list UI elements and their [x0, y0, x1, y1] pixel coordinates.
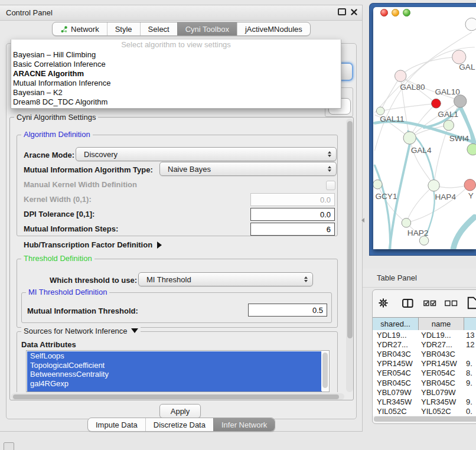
network-node[interactable] — [454, 95, 467, 107]
table-panel-titlebar: Table Panel — [363, 269, 476, 288]
network-canvas[interactable]: GALGAL80GAL10GAL11GAL1SWI4GAL4GCY1HAP4YH… — [373, 7, 476, 249]
network-node[interactable] — [402, 219, 411, 228]
attribute-item[interactable]: SelfLoops — [27, 351, 322, 361]
data-attributes-list[interactable]: SelfLoopsTopologicalCoefficientBetweenne… — [26, 350, 330, 392]
table-header-row: shared...name — [373, 317, 476, 331]
combo-stepper-icon — [328, 151, 331, 157]
mi-threshold-field[interactable] — [248, 304, 327, 317]
algorithm-option[interactable]: Mutual Information Inference — [11, 79, 341, 88]
tab-select[interactable]: Select — [140, 22, 177, 35]
network-edge — [374, 165, 390, 249]
tab-impute-data[interactable]: Impute Data — [88, 418, 145, 431]
network-edge — [406, 185, 470, 223]
which-threshold-combo[interactable]: MI Threshold — [138, 272, 313, 286]
tab-label: Discretize Data — [154, 420, 206, 429]
table-cell: YPR145W — [373, 359, 419, 368]
network-node[interactable] — [465, 18, 476, 30]
algorithm-option[interactable]: Basic Correlation Inference — [11, 60, 341, 69]
document-icon[interactable] — [467, 296, 476, 310]
table-row[interactable]: YBR045CYBR045C9. — [373, 378, 476, 387]
table-row[interactable]: YIL052CYIL052C0. — [373, 407, 476, 416]
kernel-width-field[interactable] — [250, 193, 335, 206]
column-header[interactable]: shared... — [373, 318, 419, 330]
table-cell: YDL19... — [373, 331, 419, 340]
tab-discretize-data[interactable]: Discretize Data — [145, 418, 213, 431]
aracne-mode-combo[interactable]: Discovery — [76, 147, 337, 161]
algorithm-option[interactable]: Bayesian – Hill Climbing — [11, 50, 341, 60]
tab-network[interactable]: Network — [53, 22, 107, 35]
split-divider-arrow-icon[interactable] — [361, 218, 364, 223]
dpi-tolerance-field[interactable] — [250, 208, 335, 221]
tab-style[interactable]: Style — [107, 22, 140, 35]
network-node[interactable] — [464, 179, 475, 190]
column-header[interactable] — [464, 318, 476, 330]
node-label: GAL10 — [435, 87, 460, 96]
table-row[interactable]: YBR043CYBR043C — [373, 349, 476, 358]
combo-stepper-icon — [328, 166, 331, 172]
algorithm-option[interactable]: Bayesian – K2 — [11, 88, 341, 97]
settings-horizontal-scrollbar[interactable] — [11, 393, 344, 400]
network-node[interactable] — [432, 99, 441, 108]
network-node[interactable] — [428, 180, 439, 191]
node-label: GAL80 — [400, 83, 425, 92]
table-row[interactable]: YDR27...YDR27...12 — [373, 340, 476, 349]
column-header[interactable]: name — [419, 318, 464, 330]
deselect-all-checkboxes-icon[interactable] — [445, 300, 458, 306]
table-row[interactable]: YBL079WYBL079W — [373, 387, 476, 397]
list-scrollbar[interactable] — [321, 351, 328, 391]
attribute-item[interactable]: gal4RGexp — [27, 379, 322, 389]
sources-title[interactable]: Sources for Network Inference — [21, 327, 141, 335]
tab-infer-network[interactable]: Infer Network — [213, 418, 275, 431]
network-node[interactable] — [467, 144, 476, 155]
tab-label: Impute Data — [96, 420, 138, 429]
tab-label: Select — [148, 25, 169, 34]
table-rows: YDL19...YDL19...13YDR27...YDR27...12YBR0… — [373, 330, 476, 416]
table-cell: YER054C — [373, 369, 419, 377]
gear-icon[interactable] — [379, 298, 388, 308]
close-icon[interactable] — [351, 9, 357, 15]
mi-type-value: Naive Bayes — [168, 165, 211, 174]
network-node[interactable] — [403, 132, 416, 144]
settings-vertical-scrollbar[interactable] — [346, 119, 353, 392]
table-horizontal-scrollbar[interactable] — [374, 416, 476, 422]
hub-definition-toggle[interactable]: Hub/Transcription Factor Definition — [24, 240, 162, 249]
float-window-icon[interactable] — [338, 8, 346, 15]
mi-type-combo[interactable]: Naive Bayes — [159, 162, 337, 176]
apply-button[interactable]: Apply — [159, 404, 201, 418]
select-all-checkboxes-icon[interactable] — [423, 300, 436, 306]
table-row[interactable]: YPR145WYPR145W9. — [373, 359, 476, 369]
network-node[interactable] — [419, 236, 429, 246]
tab-cyni-toolbox[interactable]: Cyni Toolbox — [177, 22, 237, 35]
docked-panel-icon[interactable] — [4, 442, 14, 450]
network-node[interactable] — [452, 50, 466, 64]
mi-steps-field[interactable] — [250, 223, 335, 236]
algorithm-option[interactable]: Dream8 DC_TDC Algorithm — [11, 97, 341, 107]
network-edge — [380, 76, 400, 111]
table-cell: 9. — [464, 397, 472, 406]
table-row[interactable]: YLR345WYLR345W9. — [373, 397, 476, 406]
table-cell: YDR27... — [419, 340, 464, 349]
node-label: GCY1 — [375, 192, 397, 201]
table-cell: YDR27... — [373, 340, 419, 349]
manual-kernel-checkbox[interactable] — [326, 181, 335, 190]
node-label: GAL4 — [411, 146, 432, 155]
network-node[interactable] — [376, 107, 384, 115]
node-label: Y — [468, 192, 474, 201]
network-node[interactable] — [373, 180, 382, 189]
mi-threshold-title: MI Threshold Definition — [26, 288, 109, 296]
table-row[interactable]: YDL19...YDL19...13 — [373, 330, 476, 340]
network-node[interactable] — [444, 120, 454, 130]
threshold-definition-title: Threshold Definition — [21, 255, 94, 263]
network-node[interactable] — [395, 70, 406, 81]
tab-jactivemnodules[interactable]: jActiveMNodules — [237, 22, 310, 35]
table-cell: YDL19... — [419, 331, 464, 340]
algorithm-option[interactable]: ARACNE Algorithm — [11, 69, 341, 79]
columns-icon[interactable] — [402, 298, 413, 308]
kernel-width-label: Kernel Width (0,1): — [24, 195, 92, 204]
attribute-item[interactable]: BetweennessCentrality — [27, 370, 322, 379]
attribute-item[interactable]: TopologicalCoefficient — [27, 361, 322, 370]
table-row[interactable]: YER054CYER054C8. — [373, 369, 476, 378]
network-edge — [377, 184, 406, 223]
window-title: Control Panel — [6, 8, 53, 17]
selected-attributes: SelfLoopsTopologicalCoefficientBetweenne… — [27, 351, 322, 392]
